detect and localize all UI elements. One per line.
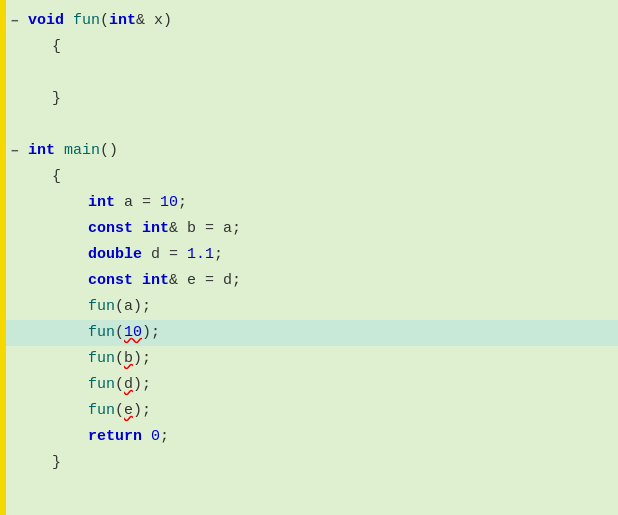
code-line: } <box>6 86 618 112</box>
keyword-int: int <box>142 220 169 237</box>
function-call: fun <box>88 324 115 341</box>
punct: ; <box>214 246 223 263</box>
keyword-return: return <box>88 428 142 445</box>
code-text: ( <box>115 376 124 393</box>
punct: ; <box>178 194 187 211</box>
line-content: int a = 10; <box>24 190 618 216</box>
number-literal: 0 <box>151 428 160 445</box>
line-content: } <box>24 86 618 112</box>
brace: } <box>52 454 61 471</box>
code-text: d = <box>142 246 187 263</box>
code-text: & b = a; <box>169 220 241 237</box>
line-content: const int& e = d; <box>24 268 618 294</box>
code-line: − int main() <box>6 138 618 164</box>
keyword-int: int <box>142 272 169 289</box>
keyword-int: int <box>28 142 55 159</box>
keyword-const: const <box>88 220 133 237</box>
line-content: fun(e); <box>24 398 618 424</box>
line-content: fun(a); <box>24 294 618 320</box>
number-literal: 10 <box>160 194 178 211</box>
keyword-const: const <box>88 272 133 289</box>
code-line: { <box>6 34 618 60</box>
fold-minus-icon: − <box>11 144 19 159</box>
line-content: int main() <box>24 138 618 164</box>
code-line: int a = 10; <box>6 190 618 216</box>
brace: { <box>52 168 61 185</box>
line-content: double d = 1.1; <box>24 242 618 268</box>
squiggle-var-d: d <box>124 376 133 393</box>
line-content: { <box>24 34 618 60</box>
squiggle-number: 10 <box>124 324 142 341</box>
punct: & x) <box>136 12 172 29</box>
keyword-int: int <box>109 12 136 29</box>
code-text: a = <box>115 194 160 211</box>
keyword-double: double <box>88 246 142 263</box>
code-line: double d = 1.1; <box>6 242 618 268</box>
code-line: const int& b = a; <box>6 216 618 242</box>
squiggle-var-b: b <box>124 350 133 367</box>
fold-minus-icon: − <box>11 14 19 29</box>
code-text: (a); <box>115 298 151 315</box>
code-line: fun(a); <box>6 294 618 320</box>
code-text: ); <box>133 350 151 367</box>
code-text: & e = d; <box>169 272 241 289</box>
keyword-void: void <box>28 12 64 29</box>
line-content: } <box>24 450 618 476</box>
line-content: fun(b); <box>24 346 618 372</box>
function-call: fun <box>88 350 115 367</box>
code-line-empty <box>6 60 618 86</box>
line-content: return 0; <box>24 424 618 450</box>
code-line-blank <box>6 112 618 138</box>
code-line-highlighted: fun(10); <box>6 320 618 346</box>
code-line: − void fun(int& x) <box>6 8 618 34</box>
code-line: fun(b); <box>6 346 618 372</box>
line-content <box>24 60 618 86</box>
keyword-int: int <box>88 194 115 211</box>
line-content: fun(d); <box>24 372 618 398</box>
line-content: fun(10); <box>24 320 618 346</box>
code-text: ( <box>115 402 124 419</box>
punct: ( <box>100 12 109 29</box>
code-text: ); <box>133 402 151 419</box>
code-text: ); <box>142 324 160 341</box>
brace: } <box>52 90 61 107</box>
code-line: fun(d); <box>6 372 618 398</box>
number-literal: 1.1 <box>187 246 214 263</box>
function-call: fun <box>88 402 115 419</box>
code-editor: − void fun(int& x) { } − int ma <box>0 0 618 515</box>
code-text <box>142 428 151 445</box>
code-text: ( <box>115 324 124 341</box>
squiggle-var-e: e <box>124 402 133 419</box>
code-line: const int& e = d; <box>6 268 618 294</box>
code-line: } <box>6 450 618 476</box>
function-name-main: main <box>64 142 100 159</box>
code-text <box>133 272 142 289</box>
fold-gutter[interactable]: − <box>6 14 24 29</box>
code-area[interactable]: − void fun(int& x) { } − int ma <box>6 0 618 515</box>
code-line: fun(e); <box>6 398 618 424</box>
code-line: { <box>6 164 618 190</box>
brace: { <box>52 38 61 55</box>
code-line: return 0; <box>6 424 618 450</box>
code-text <box>133 220 142 237</box>
line-content: const int& b = a; <box>24 216 618 242</box>
function-name: fun <box>73 12 100 29</box>
fold-gutter[interactable]: − <box>6 144 24 159</box>
code-text: ; <box>160 428 169 445</box>
code-text: ); <box>133 376 151 393</box>
code-text: ( <box>115 350 124 367</box>
function-call: fun <box>88 298 115 315</box>
line-content: void fun(int& x) <box>24 8 618 34</box>
line-content: { <box>24 164 618 190</box>
punct: () <box>100 142 118 159</box>
function-call: fun <box>88 376 115 393</box>
